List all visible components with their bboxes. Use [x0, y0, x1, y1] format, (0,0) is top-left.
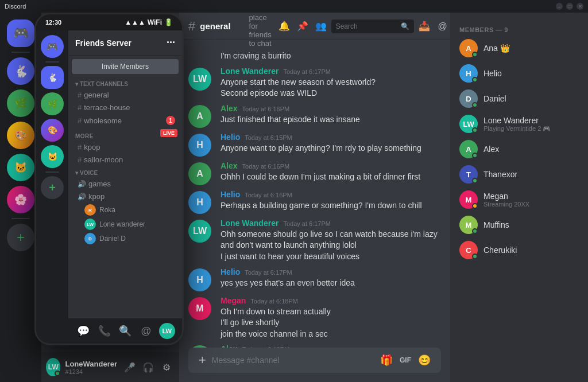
member-info: Ana 👑	[483, 44, 579, 53]
mobile-voice-category[interactable]: ▾ VOICE	[68, 166, 182, 177]
mobile-time: 12:30	[45, 19, 61, 26]
message-username[interactable]: Alex	[220, 161, 238, 170]
message-text: Oh I'm down to stream actuallyI'll go li…	[220, 306, 441, 340]
mobile-channel-name: sailor-moon	[84, 155, 123, 164]
avatar: D	[459, 89, 478, 108]
message-header: Lone Wanderer Today at 6:17PM	[220, 219, 441, 228]
member-activity: Playing Vermintide 2 🎮	[483, 125, 579, 132]
server-icon-3[interactable]: 🎨	[7, 122, 34, 149]
mobile-overlay: 12:30 ▲▲▲ WiFi 🔋 🎮 🐇 🌿 🎨 🐱 + Friends Ser…	[34, 13, 184, 345]
member-item-cherukiki[interactable]: C Cherukiki	[455, 237, 583, 263]
mobile-voice-user-daniel[interactable]: D Daniel D	[71, 232, 180, 245]
mobile-voice-user-roka[interactable]: R Roka	[71, 203, 180, 217]
message-username[interactable]: Alex	[220, 104, 238, 113]
emoji-icon[interactable]: 😊	[417, 353, 432, 368]
message-input-box: + 🎁 GIF 😊	[188, 348, 441, 373]
add-server-button[interactable]: +	[7, 224, 34, 251]
mobile-server-discord[interactable]: 🎮	[41, 35, 64, 58]
bell-icon[interactable]: 🔔	[276, 18, 292, 34]
server-icon-5[interactable]: 🌸	[7, 186, 34, 213]
at-icon[interactable]: @	[435, 18, 450, 34]
mobile-server-friends[interactable]: 🐇	[41, 66, 64, 89]
microphone-icon[interactable]: 🎤	[122, 359, 138, 375]
member-name: Alex	[483, 145, 579, 154]
search-input[interactable]	[336, 22, 399, 30]
gift-icon[interactable]: 🎁	[379, 353, 394, 368]
channel-hash-icon: #	[188, 19, 195, 34]
member-name: Cherukiki	[483, 245, 579, 255]
status-dot	[472, 203, 478, 209]
user-panel-icons: 🎤 🎧 ⚙	[122, 359, 175, 375]
mobile-server-3[interactable]: 🎨	[41, 119, 64, 142]
member-item-thanexor[interactable]: T Thanexor	[455, 162, 583, 187]
mobile-server-2[interactable]: 🌿	[41, 92, 64, 115]
mobile-nav-friends[interactable]: 💬	[73, 321, 94, 341]
add-icon[interactable]: +	[198, 352, 207, 369]
mobile-server-4[interactable]: 🐱	[41, 145, 64, 168]
server-icon-4[interactable]: 🐱	[7, 154, 34, 181]
chat-header: # general A place for friends to chat 🔔 …	[179, 13, 450, 40]
mobile-nav-search[interactable]: 🔍	[115, 321, 136, 341]
minimize-button[interactable]: –	[556, 3, 563, 10]
headset-icon[interactable]: 🎧	[140, 359, 156, 375]
server-divider-2	[11, 218, 30, 219]
close-button[interactable]: ✕	[577, 3, 583, 10]
message-text: yes yes yes that's an even better idea	[220, 278, 441, 289]
message-text: Ohh someone should go live so I can watc…	[220, 229, 441, 263]
mobile-channel-name: terrace-house	[84, 103, 130, 112]
mobile-nav-at[interactable]: @	[136, 321, 156, 341]
mobile-text-category[interactable]: ▾ TEXT CHANNELS	[68, 77, 182, 88]
mobile-channel-sailor-moon[interactable]: # sailor-moon	[71, 154, 180, 166]
message-username[interactable]: Lone Wanderer	[220, 67, 278, 76]
mobile-channel-list: Friends Server ··· Invite Members ▾ TEXT…	[68, 30, 182, 344]
inbox-icon[interactable]: 📥	[416, 18, 432, 34]
member-item-daniel[interactable]: D Daniel	[455, 86, 583, 111]
message-content: Helio Today at 6:17PM yes yes yes that's…	[220, 267, 441, 291]
message-username[interactable]: Helio	[220, 267, 240, 276]
member-item-ana[interactable]: A Ana 👑	[455, 36, 583, 61]
server-icon-2[interactable]: 🌿	[7, 89, 34, 117]
mobile-channel-name: kpop	[84, 143, 100, 151]
message-username[interactable]: Helio	[220, 132, 240, 142]
chat-area: # general A place for friends to chat 🔔 …	[179, 13, 450, 382]
mobile-voice-user-lone[interactable]: LW Lone wanderer	[71, 217, 180, 231]
mobile-channel-general[interactable]: # general	[71, 89, 180, 101]
chat-channel-name: general	[200, 21, 230, 31]
avatar: H	[188, 191, 211, 214]
chat-header-icons: 🔔 📌 👥 🔍 📥 @ ❓	[276, 18, 450, 34]
mobile-add-server[interactable]: +	[41, 176, 64, 199]
member-item-muffins[interactable]: M Muffins	[455, 212, 583, 237]
member-item-megan[interactable]: M Megan Streaming 20XX	[455, 187, 583, 212]
pin-icon[interactable]: 📌	[295, 18, 311, 34]
mobile-channel-kpop[interactable]: # kpop	[71, 141, 180, 153]
maximize-button[interactable]: □	[566, 3, 573, 10]
avatar: A	[188, 105, 211, 128]
gif-icon[interactable]: GIF	[399, 355, 412, 365]
message-4: A Alex Today at 6:16PM Just finished tha…	[179, 103, 450, 129]
mobile-server-header[interactable]: Friends Server ···	[68, 30, 182, 56]
window-controls: – □ ✕	[556, 3, 583, 10]
message-username[interactable]: Helio	[220, 190, 240, 199]
mobile-nav-profile[interactable]: LW	[157, 321, 177, 341]
mobile-voice-kpop[interactable]: 🔊 kpop	[71, 190, 180, 202]
mobile-avatar: LW	[84, 219, 96, 230]
member-item-lonewanderer[interactable]: LW Lone Wanderer Playing Vermintide 2 🎮	[455, 111, 583, 137]
member-info: Helio	[483, 69, 579, 78]
settings-icon[interactable]: ⚙	[158, 359, 175, 375]
mobile-channel-wholesome[interactable]: # wholesome 1	[71, 114, 180, 127]
mobile-nav-voice[interactable]: 📞	[94, 321, 115, 341]
mobile-invite-button[interactable]: Invite Members	[72, 59, 179, 74]
search-bar[interactable]: 🔍	[331, 20, 414, 33]
server-icon-discord[interactable]: 🎮	[7, 20, 34, 47]
message-username[interactable]: Lone Wanderer	[220, 219, 278, 228]
member-item-alex[interactable]: A Alex	[455, 137, 583, 162]
message-input[interactable]	[212, 349, 374, 371]
members-icon[interactable]: 👥	[313, 18, 329, 34]
server-icon-friends[interactable]: 🐇	[7, 57, 34, 85]
member-item-helio[interactable]: H Helio	[455, 61, 583, 86]
message-username[interactable]: Megan	[220, 296, 246, 305]
mobile-channel-terrace[interactable]: # terrace-house	[71, 102, 180, 114]
status-dot	[472, 254, 478, 259]
mobile-voice-games[interactable]: 🔊 games	[71, 178, 180, 190]
message-content: Megan Today at 6:18PM Oh I'm down to str…	[220, 296, 441, 340]
